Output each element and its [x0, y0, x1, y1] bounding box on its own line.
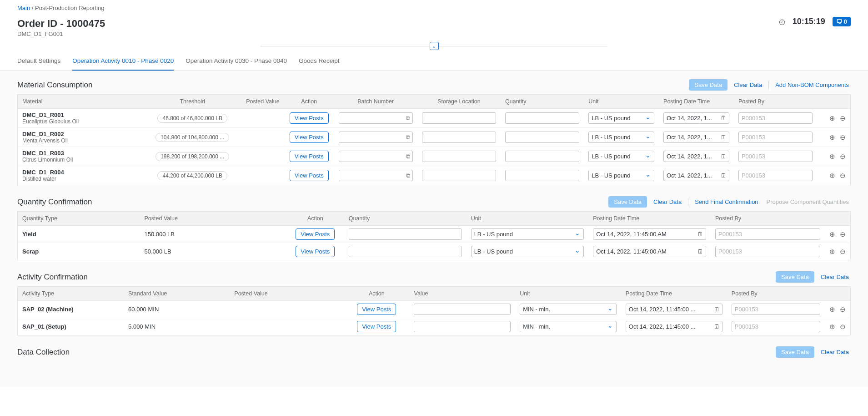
value-input[interactable]: [414, 321, 511, 332]
storage-location-input[interactable]: [422, 112, 496, 124]
unit-select[interactable]: LB - US pound: [588, 151, 654, 162]
qc-send-final-button[interactable]: Send Final Confirmation: [693, 196, 760, 208]
posting-date-time-input[interactable]: [663, 132, 729, 143]
remove-row-icon[interactable]: ⊖: [840, 114, 846, 122]
add-row-icon[interactable]: ⊕: [829, 305, 835, 314]
tab-goods-receipt[interactable]: Goods Receipt: [299, 53, 339, 71]
quantity-input[interactable]: [505, 112, 579, 124]
batch-number-input[interactable]: [339, 151, 413, 162]
view-posts-button[interactable]: View Posts: [290, 170, 329, 181]
quantity-input[interactable]: [505, 151, 579, 162]
ac-col-action: Action: [344, 287, 409, 301]
unit-select[interactable]: LB - US pound: [588, 132, 654, 143]
batch-number-input[interactable]: [339, 112, 413, 124]
batch-number-input[interactable]: [339, 132, 413, 143]
view-posts-button[interactable]: View Posts: [290, 112, 329, 124]
storage-location-input[interactable]: [422, 170, 496, 181]
tab-op-0030[interactable]: Operation Activity 0030 - Phase 0040: [186, 53, 287, 71]
ac-clear-button[interactable]: Clear Data: [819, 271, 851, 283]
add-row-icon[interactable]: ⊕: [829, 133, 835, 142]
divider: [688, 198, 688, 206]
expand-header-button[interactable]: ⌄: [430, 42, 439, 50]
breadcrumb-main[interactable]: Main: [17, 5, 30, 11]
view-posts-button[interactable]: View Posts: [290, 151, 329, 162]
quantity-type: Yield: [22, 231, 36, 238]
add-row-icon[interactable]: ⊕: [829, 114, 835, 122]
view-posts-button[interactable]: View Posts: [357, 304, 396, 315]
posted-value: 150.000 LB: [140, 226, 286, 243]
divider: [768, 81, 769, 89]
breadcrumb-page: Post-Production Reporting: [35, 5, 104, 11]
remove-row-icon[interactable]: ⊖: [840, 248, 846, 256]
mc-col-material: Material: [18, 95, 151, 109]
ac-col-standard: Standard Value: [124, 287, 230, 301]
clock-time: 10:15:19: [793, 17, 825, 26]
dc-clear-button[interactable]: Clear Data: [819, 346, 851, 358]
quantity-input[interactable]: [349, 246, 462, 257]
unit-select[interactable]: MIN - min.: [520, 304, 617, 315]
order-title: Order ID - 1000475: [17, 18, 105, 30]
posting-date-time-input[interactable]: [593, 228, 706, 240]
quantity-input[interactable]: [505, 170, 579, 181]
mc-col-batch: Batch Number: [334, 95, 417, 109]
remove-row-icon[interactable]: ⊖: [840, 172, 846, 180]
material-code: DMC_D1_R001: [22, 112, 146, 118]
add-row-icon[interactable]: ⊕: [829, 152, 835, 161]
view-posts-button[interactable]: View Posts: [357, 321, 396, 332]
add-row-icon[interactable]: ⊕: [829, 172, 835, 180]
tab-op-0010[interactable]: Operation Activity 0010 - Phase 0020: [72, 53, 174, 71]
posted-by-input[interactable]: [738, 170, 813, 181]
add-row-icon[interactable]: ⊕: [829, 230, 835, 238]
posting-date-time-input[interactable]: [663, 170, 729, 181]
mc-save-button[interactable]: Save Data: [689, 79, 728, 91]
remove-row-icon[interactable]: ⊖: [840, 152, 846, 161]
unit-select[interactable]: LB - US pound: [471, 246, 584, 257]
mc-col-pdt: Posting Date Time: [659, 95, 734, 109]
posted-by-input[interactable]: [738, 132, 813, 143]
posting-date-time-input[interactable]: [663, 151, 729, 162]
qc-clear-button[interactable]: Clear Data: [652, 196, 683, 208]
posted-by-input[interactable]: [732, 321, 820, 332]
batch-number-input[interactable]: [339, 170, 413, 181]
unit-select[interactable]: MIN - min.: [520, 321, 617, 332]
storage-location-input[interactable]: [422, 132, 496, 143]
view-posts-button[interactable]: View Posts: [296, 246, 335, 257]
qc-col-qtype: Quantity Type: [18, 212, 140, 226]
messages-badge[interactable]: 🗨 0: [833, 17, 851, 26]
posted-by-input[interactable]: [715, 246, 820, 257]
view-posts-button[interactable]: View Posts: [296, 228, 335, 240]
remove-row-icon[interactable]: ⊖: [840, 323, 846, 331]
add-row-icon[interactable]: ⊕: [829, 323, 835, 331]
storage-location-input[interactable]: [422, 151, 496, 162]
posting-date-time-input[interactable]: [626, 304, 722, 315]
tab-default-settings[interactable]: Default Settings: [17, 53, 60, 71]
table-row: DMC_D1_R004Distilled water44.200 of 44,2…: [18, 166, 851, 185]
posted-by-input[interactable]: [738, 151, 813, 162]
posted-by-input[interactable]: [715, 228, 820, 240]
mc-add-button[interactable]: Add Non-BOM Components: [773, 79, 851, 91]
remove-row-icon[interactable]: ⊖: [840, 305, 846, 314]
remove-row-icon[interactable]: ⊖: [840, 230, 846, 238]
quantity-input[interactable]: [505, 132, 579, 143]
table-row: Yield150.000 LBView PostsLB - US pound🗓⊕…: [18, 226, 851, 243]
unit-select[interactable]: LB - US pound: [471, 228, 584, 240]
posted-by-input[interactable]: [732, 304, 820, 315]
material-desc: Distilled water: [22, 176, 146, 182]
unit-select[interactable]: LB - US pound: [588, 170, 654, 181]
add-row-icon[interactable]: ⊕: [829, 248, 835, 256]
ac-save-button[interactable]: Save Data: [776, 271, 814, 283]
mc-clear-button[interactable]: Clear Data: [732, 79, 764, 91]
value-input[interactable]: [414, 304, 511, 315]
unit-select[interactable]: LB - US pound: [588, 112, 654, 124]
quantity-input[interactable]: [349, 228, 462, 240]
qc-save-button[interactable]: Save Data: [608, 196, 647, 208]
view-posts-button[interactable]: View Posts: [290, 132, 329, 143]
data-collection-section: Data Collection Save Data Clear Data: [17, 346, 851, 358]
posting-date-time-input[interactable]: [663, 112, 729, 124]
posted-by-input[interactable]: [738, 112, 813, 124]
qc-col-posted-by: Posted By: [711, 212, 825, 226]
posting-date-time-input[interactable]: [626, 321, 722, 332]
remove-row-icon[interactable]: ⊖: [840, 133, 846, 142]
posting-date-time-input[interactable]: [593, 246, 706, 257]
dc-save-button[interactable]: Save Data: [776, 346, 814, 358]
